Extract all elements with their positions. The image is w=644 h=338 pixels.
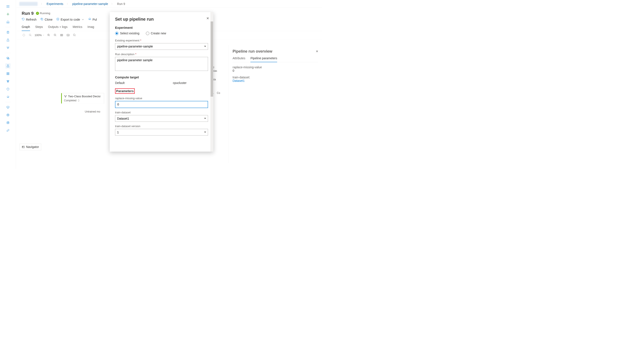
svg-rect-11 — [8, 80, 9, 81]
add-icon[interactable] — [5, 12, 10, 17]
fit-icon[interactable] — [60, 33, 64, 37]
svg-point-3 — [8, 48, 8, 49]
tab-images[interactable]: Imag — [88, 24, 94, 31]
search-icon[interactable] — [72, 33, 77, 37]
breadcrumb-experiments[interactable]: Experiments — [46, 2, 63, 6]
compute-target-label: Compute target — [115, 76, 208, 79]
navigator-label: Navigator — [26, 146, 39, 149]
hamburger-menu-icon[interactable] — [5, 4, 10, 9]
refresh-button[interactable]: Refresh — [22, 18, 36, 22]
svg-point-1 — [7, 47, 7, 47]
scrollbar-thumb[interactable] — [210, 22, 213, 97]
running-status-icon: ⟳ — [36, 12, 39, 15]
svg-rect-21 — [60, 34, 63, 36]
svg-rect-10 — [7, 80, 8, 81]
experiments-icon[interactable] — [5, 63, 10, 68]
svg-rect-13 — [7, 106, 9, 108]
tab-steps[interactable]: Steps — [35, 24, 43, 31]
zoom-in-icon[interactable] — [46, 33, 51, 37]
tab-graph[interactable]: Graph — [22, 24, 30, 31]
existing-experiment-select[interactable]: pipeline-parameter-sample — [115, 43, 208, 50]
overview-tab-parameters[interactable]: Pipeline parameters — [250, 56, 277, 62]
clone-label: Clone — [45, 18, 52, 21]
recycle-icon — [78, 100, 80, 102]
svg-point-28 — [65, 97, 66, 97]
svg-rect-6 — [7, 72, 8, 74]
home-icon[interactable] — [5, 19, 10, 24]
run-description-label: Run description * — [115, 52, 208, 56]
radio-icon — [115, 32, 118, 35]
param-value-link[interactable]: Dataset1 — [233, 79, 318, 82]
compute-value: cpucluster — [173, 82, 186, 85]
endpoints-icon[interactable] — [5, 86, 10, 92]
export-label: Export to code — [61, 18, 80, 21]
param-replace-missing-input[interactable] — [115, 101, 208, 108]
svg-rect-8 — [7, 74, 8, 75]
actual-size-icon[interactable]: 1:1 — [66, 33, 70, 37]
linked-services-icon[interactable] — [5, 128, 10, 133]
pan-icon[interactable] — [22, 33, 26, 37]
navigator-button[interactable]: Navigator — [20, 144, 41, 150]
publish-button[interactable]: Pul — [88, 18, 97, 22]
node-title: Two-Class Boosted Decisi — [68, 95, 100, 98]
compute-default-label: Default — [115, 82, 124, 85]
svg-rect-30 — [22, 146, 24, 147]
param-train-dataset-label: train-dataset — [115, 111, 208, 114]
close-icon[interactable]: ✕ — [206, 16, 209, 20]
chevron-right-icon: 〉 — [112, 2, 114, 5]
breadcrumb: 〉 Experiments 〉 pipeline-parameter-sampl… — [19, 2, 125, 6]
close-icon[interactable]: ✕ — [316, 50, 318, 53]
radio-icon — [146, 32, 149, 35]
overview-panel: Pipeline run overview ✕ Attributes Pipel… — [228, 45, 322, 163]
chevron-down-icon — [81, 18, 84, 21]
environments-icon[interactable] — [5, 94, 10, 100]
param-label: train-dataset: — [233, 76, 318, 79]
tab-metrics[interactable]: Metrics — [72, 24, 82, 31]
select-icon[interactable] — [28, 33, 32, 37]
overview-tabs: Attributes Pipeline parameters — [233, 56, 318, 62]
svg-rect-12 — [8, 82, 8, 82]
refresh-label: Refresh — [26, 18, 36, 21]
radio-select-existing[interactable]: Select existing — [115, 32, 139, 35]
param-train-dataset-version-label: train-dataset version — [115, 124, 208, 128]
setup-pipeline-run-dialog: ✕ Set up pipeline run Experiment Select … — [110, 12, 214, 152]
breadcrumb-current: Run 9 — [117, 2, 125, 6]
run-description-input[interactable]: pipeline parameter sample — [115, 57, 208, 71]
automl-icon[interactable] — [5, 38, 10, 43]
dialog-title: Set up pipeline run — [115, 17, 208, 22]
overview-title: Pipeline run overview — [233, 49, 272, 54]
svg-rect-22 — [61, 35, 62, 36]
partial-label: Co — [217, 92, 220, 94]
radio-label: Select existing — [120, 32, 139, 35]
breadcrumb-pipeline[interactable]: pipeline-parameter-sample — [72, 2, 108, 6]
models-icon[interactable] — [5, 79, 10, 84]
scrollbar[interactable] — [210, 12, 214, 152]
radio-label: Create new — [151, 32, 166, 35]
overview-tab-attributes[interactable]: Attributes — [233, 56, 245, 62]
zoom-level[interactable]: 100% — [34, 34, 44, 37]
module-icon — [64, 95, 67, 98]
export-button[interactable]: Export to code — [56, 18, 84, 22]
svg-rect-5 — [8, 58, 9, 59]
svg-rect-7 — [8, 72, 9, 74]
pipelines-icon[interactable] — [5, 71, 10, 76]
data-labeling-icon[interactable] — [5, 56, 10, 61]
radio-create-new[interactable]: Create new — [146, 32, 166, 35]
svg-text:1:1: 1:1 — [68, 34, 69, 36]
node-status: Completed — [64, 99, 76, 102]
tab-outputs[interactable]: Outputs + logs — [48, 24, 68, 31]
datasets-icon[interactable] — [5, 120, 10, 126]
clone-button[interactable]: Clone — [40, 18, 52, 22]
svg-point-25 — [74, 34, 75, 36]
graph-node-boosted-decision[interactable]: Two-Class Boosted Decisi Completed — [61, 93, 104, 104]
notebooks-icon[interactable] — [5, 30, 10, 35]
svg-point-2 — [8, 47, 9, 47]
param-train-dataset-select[interactable]: Dataset1 — [115, 115, 208, 122]
svg-point-27 — [66, 95, 66, 96]
datastores-icon[interactable] — [5, 112, 10, 118]
param-train-dataset-version-select[interactable]: 1 — [115, 129, 208, 136]
compute-icon[interactable] — [5, 105, 10, 110]
designer-icon[interactable] — [5, 45, 10, 50]
zoom-out-icon[interactable] — [53, 33, 57, 37]
param-replace-missing-label: raplace-missing-value — [115, 97, 208, 100]
